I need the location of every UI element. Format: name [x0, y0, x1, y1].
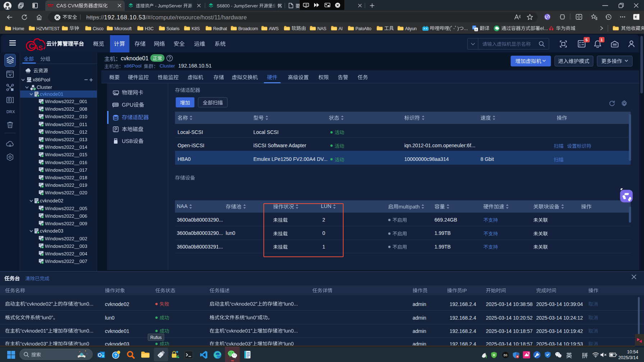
- svg-text:?: ?: [114, 353, 117, 358]
- svg-text:B6: B6: [503, 353, 507, 357]
- svg-text:A: A: [475, 28, 477, 31]
- svg-text:S: S: [38, 44, 43, 52]
- svg-text:A: A: [33, 43, 38, 51]
